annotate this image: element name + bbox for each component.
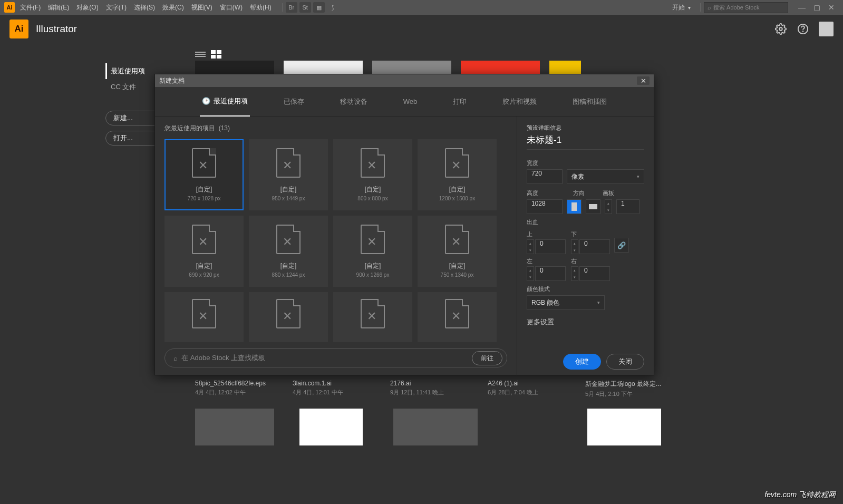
- chevron-down-icon: ▾: [597, 300, 600, 305]
- ai-logo-large: Ai: [9, 20, 28, 38]
- stock-search[interactable]: ⌕ 在 Adobe Stock 上查找模板 前往: [164, 348, 507, 367]
- tab-saved[interactable]: 已保存: [282, 87, 306, 117]
- user-avatar[interactable]: [819, 22, 834, 36]
- bridge-icon[interactable]: Br: [286, 2, 297, 13]
- bleed-stepper[interactable]: ▴▾: [571, 239, 578, 254]
- gpu-icon[interactable]: ⟆: [327, 2, 338, 13]
- recent-thumb[interactable]: [393, 409, 478, 445]
- menubar: Ai 文件(F) 编辑(E) 对象(O) 文字(T) 选择(S) 效果(C) 视…: [0, 0, 843, 15]
- close-window-button[interactable]: ✕: [824, 2, 839, 13]
- menu-effect[interactable]: 效果(C): [162, 3, 184, 12]
- height-label: 高度: [527, 189, 563, 197]
- chevron-down-icon[interactable]: ▾: [688, 5, 691, 11]
- dialog-titlebar: 新建文档 ✕: [155, 74, 654, 87]
- recent-thumbs-row2: [195, 409, 661, 445]
- go-button[interactable]: 前往: [472, 351, 502, 365]
- orientation-portrait[interactable]: [567, 199, 582, 214]
- workspace-switcher[interactable]: 开始: [672, 3, 685, 12]
- preset-item[interactable]: ✕: [164, 292, 244, 342]
- menu-window[interactable]: 窗口(W): [220, 3, 243, 12]
- artboards-input[interactable]: 1: [616, 199, 639, 214]
- help-icon[interactable]: [797, 23, 809, 35]
- orientation-landscape[interactable]: [586, 199, 600, 214]
- clock-icon: 🕑: [202, 97, 210, 105]
- bleed-top-label: 上: [527, 230, 566, 238]
- preset-item[interactable]: ✕[自定]800 x 800 px: [333, 139, 412, 210]
- recent-file[interactable]: 3lain.com.1.ai4月 4日, 12:01 中午: [293, 380, 380, 398]
- app-title: Illustrator: [36, 23, 77, 35]
- stock-icon[interactable]: St: [299, 2, 311, 13]
- bleed-label: 出血: [527, 218, 644, 226]
- bleed-left-label: 左: [527, 257, 566, 265]
- recent-thumb[interactable]: [195, 409, 274, 445]
- menu-select[interactable]: 选择(S): [134, 3, 155, 12]
- width-label: 宽度: [527, 159, 644, 167]
- preset-item[interactable]: ✕[自定]720 x 1028 px: [164, 139, 244, 210]
- recent-file[interactable]: A246 (1).ai6月 28日, 7:04 晚上: [488, 380, 575, 398]
- bleed-stepper[interactable]: ▴▾: [527, 266, 534, 281]
- menu-help[interactable]: 帮助(H): [250, 3, 272, 12]
- preset-item[interactable]: ✕: [418, 292, 497, 342]
- bleed-stepper[interactable]: ▴▾: [571, 266, 578, 281]
- maximize-button[interactable]: ▢: [809, 2, 824, 13]
- dialog-close-button[interactable]: ✕: [637, 76, 650, 85]
- arrange-icon[interactable]: ▦: [313, 2, 325, 13]
- bleed-right-input[interactable]: 0: [579, 266, 610, 281]
- artboard-stepper[interactable]: ▴▾: [605, 199, 612, 214]
- recent-files-row: 58pic_52546cff682fe.eps4月 4日, 12:02 中午 3…: [195, 380, 672, 398]
- preset-item[interactable]: ✕[自定]690 x 920 px: [164, 216, 244, 287]
- preset-item[interactable]: ✕: [249, 292, 328, 342]
- menu-view[interactable]: 视图(V): [191, 3, 212, 12]
- color-mode-select[interactable]: RGB 颜色▾: [527, 295, 605, 310]
- preset-item[interactable]: ✕[自定]880 x 1244 px: [249, 216, 328, 287]
- bleed-left-input[interactable]: 0: [535, 266, 566, 281]
- settings-icon[interactable]: [774, 23, 787, 35]
- width-input[interactable]: 720: [527, 169, 563, 184]
- recent-file[interactable]: 2176.ai9月 12日, 11:41 晚上: [390, 380, 477, 398]
- preset-item[interactable]: ✕[自定]900 x 1266 px: [333, 216, 412, 287]
- divider: [282, 3, 283, 12]
- list-view-icon[interactable]: [195, 50, 206, 59]
- app-header: Ai Illustrator: [0, 15, 843, 43]
- watermark: fevte.com 飞特教程网: [764, 490, 836, 500]
- document-name[interactable]: 未标题-1: [527, 134, 644, 150]
- close-button[interactable]: 关闭: [606, 354, 644, 370]
- new-document-dialog: 新建文档 ✕ 🕑最近使用项 已保存 移动设备 Web 打印 胶片和视频 图稿和插…: [154, 74, 654, 375]
- grid-view-icon[interactable]: [211, 50, 221, 59]
- presets-header: 您最近使用的项目 (13): [164, 124, 507, 133]
- preset-item[interactable]: ✕[自定]1200 x 1500 px: [418, 139, 497, 210]
- orientation-label: 方向: [573, 189, 585, 197]
- menu-edit[interactable]: 编辑(E): [48, 3, 69, 12]
- link-bleed-icon[interactable]: 🔗: [614, 238, 629, 253]
- recent-thumb[interactable]: [299, 409, 363, 445]
- height-input[interactable]: 1028: [527, 199, 563, 214]
- tab-web[interactable]: Web: [401, 87, 420, 117]
- preset-item[interactable]: ✕: [333, 292, 412, 342]
- bleed-top-input[interactable]: 0: [535, 239, 566, 254]
- bleed-bottom-input[interactable]: 0: [579, 239, 610, 254]
- search-placeholder: 搜索 Adobe Stock: [713, 4, 759, 12]
- tab-art[interactable]: 图稿和插图: [570, 87, 609, 117]
- create-button[interactable]: 创建: [563, 354, 601, 370]
- bleed-stepper[interactable]: ▴▾: [527, 239, 534, 254]
- dialog-title: 新建文档: [159, 76, 185, 85]
- preset-grid: ✕[自定]720 x 1028 px ✕[自定]950 x 1449 px ✕[…: [164, 139, 507, 342]
- menu-object[interactable]: 对象(O): [76, 3, 98, 12]
- tab-film[interactable]: 胶片和视频: [500, 87, 539, 117]
- menu-file[interactable]: 文件(F): [20, 3, 41, 12]
- tab-mobile[interactable]: 移动设备: [338, 87, 370, 117]
- chevron-down-icon: ▾: [637, 174, 639, 179]
- recent-file[interactable]: 58pic_52546cff682fe.eps4月 4日, 12:02 中午: [195, 380, 282, 398]
- artboards-label: 画板: [603, 189, 614, 197]
- unit-select[interactable]: 像素▾: [567, 169, 644, 184]
- recent-thumb[interactable]: [587, 409, 661, 445]
- minimize-button[interactable]: —: [794, 2, 809, 13]
- more-settings[interactable]: 更多设置: [527, 317, 644, 327]
- menu-type[interactable]: 文字(T): [106, 3, 127, 12]
- adobe-stock-search[interactable]: ⌕ 搜索 Adobe Stock: [704, 2, 788, 13]
- recent-file[interactable]: 新金融梦工场logo 最终定...5月 4日, 2:10 下午: [585, 380, 672, 398]
- preset-item[interactable]: ✕[自定]950 x 1449 px: [249, 139, 328, 210]
- tab-print[interactable]: 打印: [451, 87, 469, 117]
- tab-recent[interactable]: 🕑最近使用项: [200, 87, 250, 117]
- preset-item[interactable]: ✕[自定]750 x 1340 px: [418, 216, 497, 287]
